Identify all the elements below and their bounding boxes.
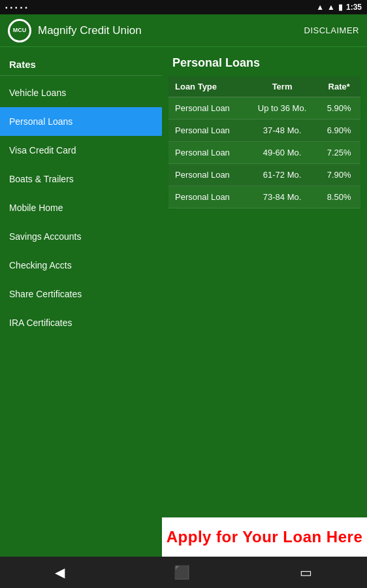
- wifi-icon: ▲: [316, 3, 324, 12]
- signal-icon: ▲: [327, 3, 335, 12]
- time-display: 1:35: [346, 3, 362, 12]
- logo-text: MCU: [13, 27, 27, 34]
- sidebar-item-checking-accts[interactable]: Checking Accts: [0, 251, 162, 280]
- cell-rate: 8.50%: [317, 186, 360, 208]
- table-row: Personal Loan49-60 Mo.7.25%: [168, 142, 360, 164]
- sidebar: Rates Vehicle Loans Personal Loans Visa …: [0, 47, 162, 557]
- notification-icon-1: ▪: [5, 4, 8, 11]
- cell-rate: 5.90%: [317, 97, 360, 120]
- notification-icon-5: ▪: [25, 4, 27, 11]
- cell-term: 49-60 Mo.: [247, 142, 318, 164]
- col-header-rate: Rate*: [317, 76, 360, 97]
- sidebar-item-mobile-home[interactable]: Mobile Home: [0, 193, 162, 222]
- cell-loan-type: Personal Loan: [168, 120, 247, 142]
- battery-icon: ▮: [338, 3, 343, 12]
- table-row: Personal Loan61-72 Mo.7.90%: [168, 164, 360, 186]
- table-row: Personal Loan37-48 Mo.6.90%: [168, 120, 360, 142]
- app-logo: MCU: [8, 19, 31, 42]
- apply-banner[interactable]: Apply for Your Loan Here: [162, 517, 367, 557]
- notification-icon-2: ▪: [10, 4, 13, 11]
- table-row: Personal LoanUp to 36 Mo.5.90%: [168, 97, 360, 120]
- sidebar-header: Rates: [0, 52, 162, 76]
- main-layout: Rates Vehicle Loans Personal Loans Visa …: [0, 47, 367, 557]
- disclaimer-button[interactable]: DISCLAIMER: [304, 25, 359, 35]
- cell-loan-type: Personal Loan: [168, 142, 247, 164]
- cell-loan-type: Personal Loan: [168, 164, 247, 186]
- recents-button[interactable]: ▭: [287, 559, 325, 585]
- rates-table: Loan Type Term Rate* Personal LoanUp to …: [168, 76, 360, 208]
- content-title: Personal Loans: [162, 47, 367, 76]
- cell-term: Up to 36 Mo.: [247, 97, 318, 120]
- table-row: Personal Loan73-84 Mo.8.50%: [168, 186, 360, 208]
- status-icons-right: ▲ ▲ ▮ 1:35: [316, 3, 362, 12]
- home-button[interactable]: ⬛: [161, 559, 203, 585]
- cell-rate: 6.90%: [317, 120, 360, 142]
- col-header-term: Term: [247, 76, 318, 97]
- table-header-row: Loan Type Term Rate*: [168, 76, 360, 97]
- cell-term: 61-72 Mo.: [247, 164, 318, 186]
- app-title: Magnify Credit Union: [38, 24, 304, 37]
- logo-inner: MCU: [10, 21, 29, 41]
- notification-icon-3: ▪: [15, 4, 18, 11]
- notification-icon-4: ▪: [20, 4, 23, 11]
- status-bar: ▪ ▪ ▪ ▪ ▪ ▲ ▲ ▮ 1:35: [0, 0, 367, 14]
- cell-rate: 7.25%: [317, 142, 360, 164]
- sidebar-item-ira-certificates[interactable]: IRA Certificates: [0, 308, 162, 337]
- col-header-loan-type: Loan Type: [168, 76, 247, 97]
- bottom-nav-bar: ◀ ⬛ ▭: [0, 557, 367, 588]
- cell-loan-type: Personal Loan: [168, 186, 247, 208]
- sidebar-item-visa-credit-card[interactable]: Visa Credit Card: [0, 136, 162, 165]
- cell-term: 37-48 Mo.: [247, 120, 318, 142]
- back-button[interactable]: ◀: [42, 559, 78, 585]
- app-bar: MCU Magnify Credit Union DISCLAIMER: [0, 14, 367, 47]
- sidebar-item-share-certificates[interactable]: Share Certificates: [0, 280, 162, 308]
- apply-banner-text[interactable]: Apply for Your Loan Here: [167, 528, 362, 546]
- sidebar-item-savings-accounts[interactable]: Savings Accounts: [0, 222, 162, 251]
- cell-loan-type: Personal Loan: [168, 97, 247, 120]
- sidebar-item-boats-trailers[interactable]: Boats & Trailers: [0, 165, 162, 193]
- sidebar-item-vehicle-loans[interactable]: Vehicle Loans: [0, 78, 162, 107]
- sidebar-item-personal-loans[interactable]: Personal Loans: [0, 107, 162, 136]
- cell-rate: 7.90%: [317, 164, 360, 186]
- content-area: Personal Loans Loan Type Term Rate* Pers…: [162, 47, 367, 557]
- status-icons-left: ▪ ▪ ▪ ▪ ▪: [5, 4, 27, 11]
- cell-term: 73-84 Mo.: [247, 186, 318, 208]
